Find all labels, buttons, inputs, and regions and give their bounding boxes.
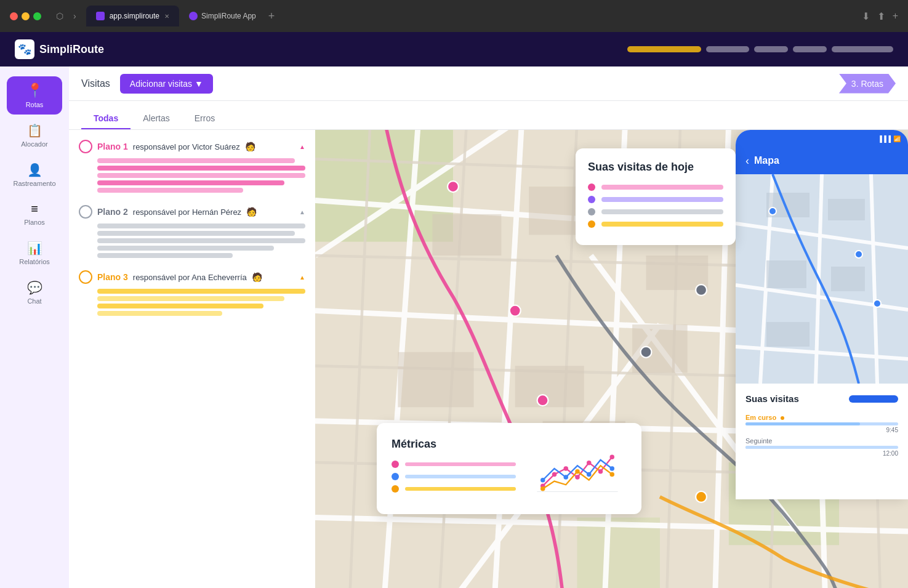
svg-rect-66 — [831, 267, 865, 291]
maximize-traffic-light[interactable] — [33, 12, 41, 20]
popup-today-row-1 — [588, 183, 723, 191]
mobile-action-button[interactable] — [849, 395, 898, 403]
new-tab-button[interactable]: + — [266, 9, 278, 24]
plan-1-circle — [79, 140, 92, 153]
metrics-chart-svg — [531, 438, 624, 499]
plan-3-title: Plano 3 — [97, 272, 128, 282]
tab2-icon — [189, 12, 198, 20]
sidebar-item-planos[interactable]: ≡ Planos — [7, 196, 62, 232]
popup-today-row-3 — [588, 208, 723, 215]
plan-1-responsible: responsável por Victor Suárez — [133, 142, 240, 151]
mobile-time-2: 12:00 — [745, 450, 898, 457]
plan-1-bar-1 — [97, 158, 295, 163]
map-area: Suas visitas de hoje — [315, 130, 908, 588]
sidebar-item-chat[interactable]: 💬 Chat — [7, 274, 62, 311]
content-area: Visitas Adicionar visitas ▼ 3. Rotas Tod… — [69, 66, 908, 588]
popup-today-row-4 — [588, 220, 723, 228]
svg-rect-26 — [432, 214, 501, 256]
mobile-map-svg — [736, 174, 908, 384]
metrics-bar-1 — [405, 462, 516, 466]
svg-point-35 — [510, 305, 521, 316]
sidebar-item-alocador[interactable]: 📋 Alocador — [7, 117, 62, 154]
metrics-chart — [528, 438, 627, 499]
tab-close-icon[interactable]: ✕ — [164, 13, 169, 20]
mobile-back-icon[interactable]: ‹ — [745, 155, 749, 167]
mobile-bottom-row: Suas visitas — [745, 393, 898, 404]
plan-1-emoji: 🧑 — [245, 142, 255, 151]
svg-point-45 — [575, 475, 580, 480]
svg-point-69 — [769, 207, 776, 215]
popup-today-bar-3 — [601, 209, 723, 214]
plan-2-arrow: ▲ — [299, 209, 305, 215]
plan-3-circle — [79, 270, 92, 284]
plan-1-bar-3 — [97, 173, 305, 178]
top-bar: 🐾 SimpliRoute — [0, 32, 908, 66]
filter-tabs: Todas Alertas Erros — [69, 101, 908, 130]
svg-point-51 — [587, 472, 592, 477]
tab-simpliroute-app[interactable]: SimpliRoute App — [182, 9, 263, 23]
svg-point-50 — [564, 475, 569, 480]
metrics-dot-blue — [392, 473, 399, 480]
plan-1-header: Plano 1 responsável por Victor Suárez 🧑 … — [79, 140, 305, 153]
add-visits-button[interactable]: Adicionar visitas ▼ — [120, 74, 213, 94]
svg-point-54 — [575, 469, 580, 474]
add-bookmark-icon[interactable]: + — [893, 10, 898, 22]
tab-icon — [96, 12, 105, 20]
main-layout: 📍 Rotas 📋 Alocador 👤 Rastreamento ≡ Plan… — [0, 66, 908, 588]
planos-icon: ≡ — [31, 202, 38, 216]
svg-rect-64 — [828, 199, 865, 220]
filter-tab-erros[interactable]: Erros — [182, 108, 227, 129]
plan-3-bar-3 — [97, 304, 263, 308]
logo-text: SimpliRoute — [39, 43, 104, 56]
plan-2-header: Plano 2 responsável por Hernán Pérez 🧑 ▲ — [79, 205, 305, 219]
browser-controls: ⬡ › — [54, 10, 79, 22]
mobile-status-text: Em curso — [745, 411, 898, 422]
share-icon[interactable]: ⬆ — [877, 10, 885, 22]
plan-1-bar-5 — [97, 188, 243, 193]
tab-simpliroute[interactable]: app.simpliroute ✕ — [86, 6, 179, 26]
back-button[interactable]: ⬡ — [54, 10, 66, 22]
logo-icon: 🐾 — [15, 39, 34, 59]
metrics-dot-pink — [392, 461, 399, 468]
svg-point-43 — [552, 472, 557, 477]
popup-today-bar-2 — [601, 197, 723, 202]
status-dot — [781, 416, 784, 420]
svg-point-55 — [610, 472, 615, 477]
filter-tab-todas[interactable]: Todas — [81, 108, 131, 129]
step-indicator: 3. Rotas — [839, 74, 896, 94]
svg-point-49 — [540, 478, 545, 483]
popup-today-row-2 — [588, 196, 723, 203]
plan-3-bar-2 — [97, 296, 284, 301]
mobile-time-1: 9:45 — [745, 427, 898, 433]
plan-2-bar-5 — [97, 253, 233, 258]
svg-point-37 — [641, 347, 652, 358]
metrics-left: Métricas — [392, 438, 516, 499]
forward-button[interactable]: › — [71, 10, 79, 22]
plan-2-bar-3 — [97, 238, 305, 243]
plan-3-arrow: ▲ — [299, 274, 305, 281]
download-icon[interactable]: ⬇ — [862, 10, 870, 22]
svg-point-47 — [598, 469, 603, 474]
sidebar-item-relatorios[interactable]: 📊 Relatórios — [7, 235, 62, 272]
rotas-icon: 📍 — [26, 83, 43, 99]
metrics-row-1 — [392, 461, 516, 468]
plan-2-bar-1 — [97, 224, 305, 228]
tab2-label: SimpliRoute App — [201, 12, 256, 20]
chat-label: Chat — [27, 297, 41, 305]
plan-1-bar-4 — [97, 180, 284, 185]
relatorios-icon: 📊 — [27, 241, 42, 256]
minimize-traffic-light[interactable] — [22, 12, 30, 20]
plan-3-bar-4 — [97, 311, 222, 316]
filter-tab-alertas[interactable]: Alertas — [131, 108, 182, 129]
close-traffic-light[interactable] — [10, 12, 18, 20]
relatorios-label: Relatórios — [19, 258, 50, 265]
sidebar-item-rotas[interactable]: 📍 Rotas — [7, 76, 62, 115]
plan-item-1: Plano 1 responsável por Victor Suárez 🧑 … — [79, 140, 305, 193]
sidebar: 📍 Rotas 📋 Alocador 👤 Rastreamento ≡ Plan… — [0, 66, 69, 588]
sidebar-item-rastreamento[interactable]: 👤 Rastreamento — [7, 156, 62, 193]
svg-point-48 — [610, 455, 615, 460]
svg-point-34 — [448, 181, 459, 192]
svg-point-68 — [855, 251, 862, 258]
popup-metrics: Métricas — [377, 423, 641, 514]
plan-2-title: Plano 2 — [97, 207, 128, 217]
